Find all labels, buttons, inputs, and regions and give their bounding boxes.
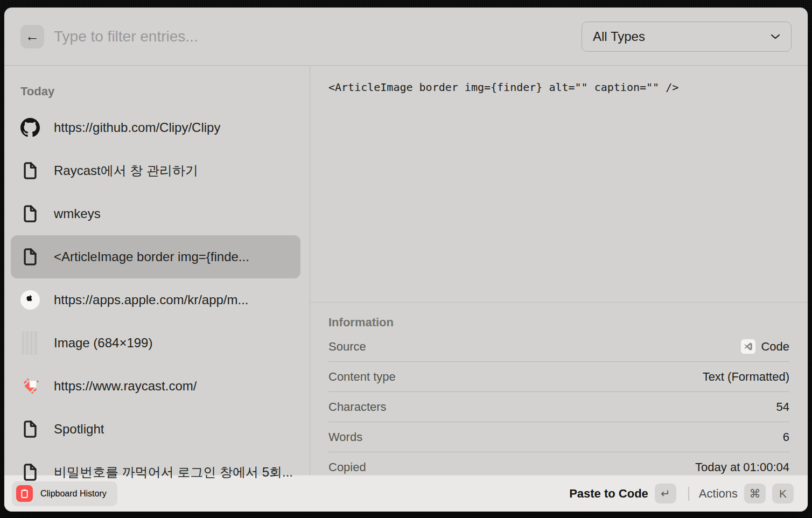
github-icon xyxy=(20,115,40,140)
paste-to-code-button[interactable]: Paste to Code xyxy=(569,487,648,501)
list-item-label: wmkeys xyxy=(54,206,101,221)
list-item-label: https://www.raycast.com/ xyxy=(54,379,197,394)
list-item[interactable]: https://apps.apple.com/kr/app/m... xyxy=(4,278,310,321)
list-item[interactable]: Image (684×199) xyxy=(4,321,310,365)
k-key-icon[interactable]: K xyxy=(772,484,794,503)
info-label: Copied xyxy=(328,460,366,474)
actions-button[interactable]: Actions xyxy=(699,487,738,501)
list-item-label: Spotlight xyxy=(54,422,104,437)
list-item-label: Image (684×199) xyxy=(54,335,152,351)
info-label: Characters xyxy=(328,400,387,414)
list-item-selected[interactable]: <ArticleImage border img={finde... xyxy=(4,235,310,278)
list-item-label: https://apps.apple.com/kr/app/m... xyxy=(54,292,249,307)
back-arrow-icon: ← xyxy=(25,28,39,45)
raycast-window: ← All Types Today https://github.com/Cli… xyxy=(4,8,808,512)
list-item[interactable]: wmkeys xyxy=(4,192,310,235)
info-row-source: Source Code xyxy=(328,332,789,362)
preview-code-text: <ArticleImage border img={finder} alt=""… xyxy=(328,81,789,94)
chevron-down-icon xyxy=(771,33,780,40)
type-filter-dropdown[interactable]: All Types xyxy=(582,22,792,52)
list-item-label: 비밀번호를 까먹어서 로그인 창에서 5회... xyxy=(54,464,293,481)
vscode-icon xyxy=(741,339,755,354)
list-item-label: Raycast에서 창 관리하기 xyxy=(54,162,198,179)
app-name-label: Clipboard History xyxy=(40,489,107,499)
clipboard-app-icon xyxy=(16,485,33,502)
footer-divider xyxy=(688,487,689,501)
apple-icon xyxy=(20,288,40,312)
document-icon xyxy=(20,417,40,442)
back-button[interactable]: ← xyxy=(20,25,44,48)
clipboard-entry-list: Today https://github.com/Clipy/Clipy Ray… xyxy=(4,66,310,512)
document-icon xyxy=(20,201,40,226)
entry-preview: <ArticleImage border img={finder} alt=""… xyxy=(310,66,808,303)
raycast-icon xyxy=(20,374,40,398)
info-value: Code xyxy=(761,340,789,354)
list-item-label: https://github.com/Clipy/Clipy xyxy=(54,120,220,135)
info-label: Source xyxy=(328,340,366,354)
list-item[interactable]: https://github.com/Clipy/Clipy xyxy=(4,106,310,149)
return-key-icon[interactable]: ↵ xyxy=(655,484,676,503)
footer-actions: Paste to Code ↵ Actions ⌘ K xyxy=(569,484,794,503)
list-item[interactable]: https://www.raycast.com/ xyxy=(4,365,310,408)
image-thumbnail xyxy=(20,331,40,355)
search-input[interactable] xyxy=(54,28,582,45)
info-label: Words xyxy=(328,430,362,444)
info-value: Text (Formatted) xyxy=(703,370,789,384)
cmd-key-icon[interactable]: ⌘ xyxy=(744,484,766,503)
section-label-today: Today xyxy=(20,80,310,99)
document-icon xyxy=(20,158,40,183)
info-value: Today at 01:00:04 xyxy=(695,460,789,474)
document-icon xyxy=(20,460,40,485)
list-item[interactable]: Raycast에서 창 관리하기 xyxy=(4,149,310,192)
info-row-words: Words 6 xyxy=(328,422,789,452)
main-area: Today https://github.com/Clipy/Clipy Ray… xyxy=(4,66,808,512)
document-icon xyxy=(20,244,40,269)
type-filter-value: All Types xyxy=(593,29,645,44)
list-item[interactable]: Spotlight xyxy=(4,408,310,451)
info-value: 54 xyxy=(776,400,789,414)
list-item-label: <ArticleImage border img={finde... xyxy=(54,249,249,264)
info-label: Content type xyxy=(328,370,396,384)
top-bar: ← All Types xyxy=(4,8,808,66)
info-row-characters: Characters 54 xyxy=(328,392,789,422)
information-header: Information xyxy=(328,316,789,332)
app-chip: Clipboard History xyxy=(12,481,117,506)
detail-panel: <ArticleImage border img={finder} alt=""… xyxy=(310,66,808,512)
info-row-content-type: Content type Text (Formatted) xyxy=(328,362,789,392)
info-value: 6 xyxy=(783,430,789,444)
